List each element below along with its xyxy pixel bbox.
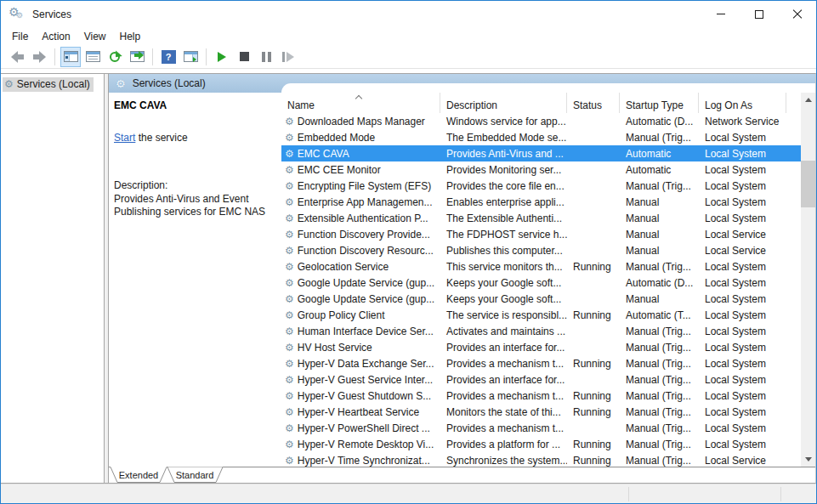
scrollbar-thumb[interactable] (801, 161, 815, 207)
service-row[interactable]: ⚙Hyper-V Guest Shutdown S... Provides a … (281, 388, 801, 404)
service-name: HV Host Service (298, 342, 372, 354)
tree-item-services-local[interactable]: ⚙ Services (Local) (3, 77, 94, 92)
service-logon-as: Local Service (699, 229, 786, 241)
minimize-icon (717, 14, 725, 14)
show-action-pane-button[interactable] (180, 47, 201, 67)
service-row[interactable]: ⚙Group Policy Client The service is resp… (281, 307, 801, 323)
export-list-button[interactable] (127, 47, 147, 67)
menu-file[interactable]: File (5, 29, 35, 44)
service-status: Running (567, 390, 620, 402)
service-name: Hyper-V Heartbeat Service (298, 406, 419, 418)
service-gear-icon: ⚙ (285, 261, 294, 273)
service-row[interactable]: ⚙Geolocation Service This service monito… (281, 258, 801, 275)
band-title: Services (Local) (133, 77, 206, 89)
start-service-link[interactable]: Start (114, 132, 135, 144)
restart-service-button[interactable] (278, 47, 298, 67)
service-logon-as: Local System (699, 164, 786, 176)
menu-action[interactable]: Action (35, 29, 77, 44)
column-header-status[interactable]: Status (567, 93, 620, 113)
title-bar: ⚙⚙ Services (1, 1, 816, 27)
service-description: Provides the core file en... (440, 180, 567, 192)
list-header: NameDescriptionStatusStartup TypeLog On … (281, 93, 801, 113)
service-row[interactable]: ⚙Google Update Service (gup... Keeps you… (281, 275, 801, 291)
service-status: Running (567, 261, 620, 273)
service-gear-icon: ⚙ (285, 422, 294, 434)
service-row[interactable]: ⚙Embedded Mode The Embedded Mode se... M… (281, 129, 801, 145)
service-status: Running (567, 309, 620, 321)
service-row[interactable]: ⚙HV Host Service Provides an interface f… (281, 339, 801, 355)
services-list: NameDescriptionStatusStartup TypeLog On … (281, 93, 815, 467)
stop-service-button[interactable] (234, 47, 254, 67)
selected-service-title: EMC CAVA (114, 99, 276, 111)
start-service-button[interactable] (212, 47, 232, 67)
close-button[interactable] (778, 1, 816, 27)
service-gear-icon: ⚙ (285, 358, 294, 370)
service-description: The FDPHOST service h... (440, 229, 567, 241)
action-pane-icon (184, 51, 198, 62)
services-gear-icon: ⚙⚙ (9, 7, 26, 22)
service-name: EMC CAVA (298, 148, 349, 160)
service-logon-as: Local System (699, 132, 786, 144)
services-window: ⚙⚙ Services File Action View Help (0, 0, 817, 504)
menu-view[interactable]: View (77, 29, 113, 44)
start-service-icon (218, 52, 226, 62)
service-row[interactable]: ⚙Function Discovery Provide... The FDPHO… (281, 226, 801, 242)
service-row[interactable]: ⚙EMC CEE Monitor Provides Monitoring ser… (281, 161, 801, 178)
service-row[interactable]: ⚙Extensible Authentication P... The Exte… (281, 210, 801, 226)
service-name: Google Update Service (gup... (298, 277, 434, 289)
service-row[interactable]: ⚙Hyper-V Heartbeat Service Monitors the … (281, 404, 801, 420)
service-row[interactable]: ⚙Hyper-V Time Synchronizat... Synchroniz… (281, 452, 801, 467)
service-row[interactable]: ⚙Human Interface Device Ser... Activates… (281, 323, 801, 339)
column-header-log-on-as[interactable]: Log On As (699, 93, 786, 113)
service-description: Synchronizes the system... (440, 455, 567, 467)
console-tree-panel: ⚙ Services (Local) (1, 73, 105, 484)
service-row[interactable]: ⚙Hyper-V Guest Service Inter... Provides… (281, 371, 801, 388)
column-header-description[interactable]: Description (440, 93, 567, 113)
service-gear-icon: ⚙ (285, 164, 294, 176)
service-status: Running (567, 455, 620, 467)
help-button[interactable]: ? (158, 47, 179, 67)
service-row[interactable]: ⚙Hyper-V Data Exchange Ser... Provides a… (281, 355, 801, 371)
service-row[interactable]: ⚙Hyper-V Remote Desktop Vi... Provides a… (281, 436, 801, 452)
stop-service-icon (240, 52, 249, 61)
service-gear-icon: ⚙ (285, 229, 294, 241)
tab-extended[interactable]: Extended (111, 467, 167, 483)
scroll-up-button[interactable] (801, 93, 815, 107)
forward-button[interactable] (29, 47, 49, 67)
service-row[interactable]: ⚙Encrypting File System (EFS) Provides t… (281, 178, 801, 194)
back-arrow-icon (11, 51, 24, 63)
service-startup-type: Manual (Trig... (620, 326, 699, 337)
column-header-startup-type[interactable]: Startup Type (620, 93, 699, 113)
service-logon-as: Local Service (699, 245, 786, 257)
pause-service-button[interactable] (256, 47, 276, 67)
menu-help[interactable]: Help (113, 29, 148, 44)
back-button[interactable] (7, 47, 27, 67)
service-description: The Embedded Mode se... (440, 132, 567, 144)
show-console-tree-button[interactable] (60, 47, 81, 67)
service-status: Running (567, 358, 620, 370)
column-header-name[interactable]: Name (281, 93, 440, 113)
service-row[interactable]: ⚙Function Discovery Resourc... Publishes… (281, 242, 801, 258)
scroll-down-button[interactable] (801, 452, 815, 467)
details-pane: ⚙ Services (Local) EMC CAVA Start the se… (108, 73, 816, 484)
service-row[interactable]: ⚙EMC CAVA Provides Anti-Virus and ... Au… (281, 145, 801, 161)
service-logon-as: Local System (699, 212, 786, 224)
service-description: Provides a platform for ... (440, 439, 567, 450)
service-row[interactable]: ⚙Downloaded Maps Manager Windows service… (281, 113, 801, 129)
service-startup-type: Automatic (620, 164, 699, 176)
minimize-button[interactable] (701, 1, 740, 27)
service-description: The service is responsibl... (440, 309, 567, 321)
properties-button[interactable] (82, 47, 103, 67)
vertical-scrollbar[interactable] (801, 93, 815, 467)
service-row[interactable]: ⚙Hyper-V PowerShell Direct ... Provides … (281, 420, 801, 436)
toolbar-separator (54, 48, 55, 65)
service-row[interactable]: ⚙Enterprise App Managemen... Enables ent… (281, 194, 801, 210)
service-startup-type: Manual (620, 196, 699, 208)
service-description: Windows service for app... (440, 116, 567, 127)
service-row[interactable]: ⚙Google Update Service (gup... Keeps you… (281, 291, 801, 307)
maximize-button[interactable] (740, 1, 778, 27)
service-startup-type: Automatic (T... (620, 309, 699, 321)
tab-standard[interactable]: Standard (167, 467, 223, 483)
refresh-button[interactable] (105, 47, 125, 67)
console-tree-icon (64, 51, 78, 62)
